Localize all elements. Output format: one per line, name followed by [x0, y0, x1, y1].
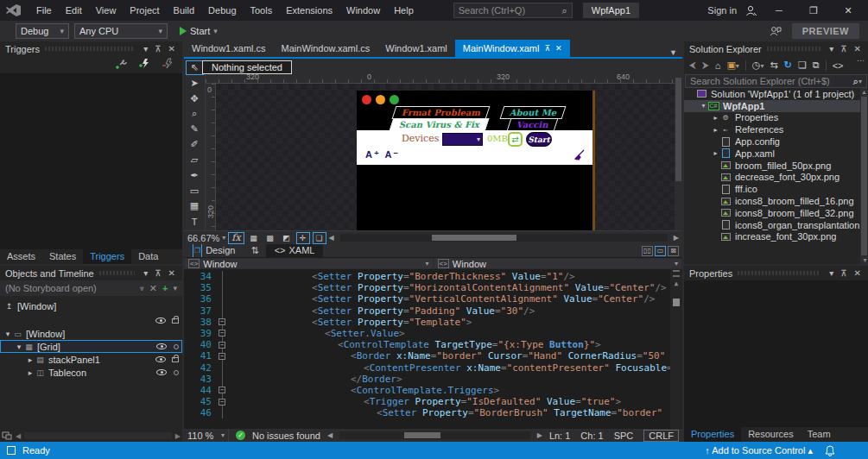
code-line[interactable]: 40−<ControlTemplate TargetType="{x:Type …	[184, 339, 670, 350]
refresh-icon[interactable]: ↻	[784, 60, 792, 71]
code-line[interactable]: 37<Setter Property="Padding" Value="30"/…	[184, 305, 670, 317]
pending-changes-filter-icon[interactable]: ◷▾	[752, 60, 764, 71]
solution-item-icons8-broom-filled-32-png[interactable]: icons8_broom_filled_32.png	[684, 207, 868, 219]
scroll-up-icon[interactable]: ▲	[670, 280, 682, 287]
paint-bucket-tool-icon[interactable]: ✐	[186, 137, 204, 152]
chevron-right-icon[interactable]: ▸	[712, 149, 719, 157]
eraser-tool-icon[interactable]: ▱	[186, 153, 204, 167]
zoom-tool-icon[interactable]: ⌕	[186, 107, 204, 122]
vertical-split-icon[interactable]: ▯▯	[642, 246, 653, 256]
broom-icon[interactable]	[573, 149, 586, 160]
code-line[interactable]: 34<Setter Property="BorderThickness" Val…	[184, 271, 670, 282]
close-light-icon[interactable]	[362, 95, 371, 104]
add-to-source-control[interactable]: ↑ Add to Source Control ▴	[705, 445, 813, 456]
forward-icon[interactable]: ⮞	[702, 60, 709, 71]
splitter-grip[interactable]	[673, 270, 680, 277]
tab-resources[interactable]: Resources	[741, 427, 801, 442]
window-position-icon[interactable]: ▾	[140, 268, 151, 278]
code-line[interactable]: 46<Setter Property="BorderBrush" TargetN…	[184, 407, 670, 418]
close-icon[interactable]: ✕	[165, 268, 179, 278]
chevron-down-icon[interactable]: ▾	[3, 330, 12, 338]
pan-tool-icon[interactable]: ✥	[186, 91, 204, 106]
minimize-button[interactable]: ─	[766, 0, 792, 21]
editor-hscrollbar[interactable]	[339, 431, 530, 439]
close-icon[interactable]: ✕	[165, 44, 179, 53]
eol-indicator[interactable]: CRLF	[643, 430, 679, 442]
spaces-indicator[interactable]: SPC	[614, 431, 634, 441]
zoom-dropdown-icon[interactable]: ▾	[222, 234, 225, 242]
editor-zoom-dropdown[interactable]: 110 %▾	[184, 429, 229, 442]
pin-icon[interactable]: ⊼	[151, 44, 164, 53]
eye-icon[interactable]	[155, 318, 166, 324]
menu-help[interactable]: Help	[387, 0, 421, 21]
toolbar-overflow-icon[interactable]: ⋯	[857, 56, 865, 65]
preview-features-button[interactable]: PREVIEW	[792, 23, 859, 39]
horizontal-split-icon[interactable]: ▭	[655, 246, 666, 256]
grid-tool-icon[interactable]: ▦	[186, 198, 204, 213]
fold-marker[interactable]: −	[217, 385, 229, 396]
platform-dropdown[interactable]: Any CPU▾	[74, 23, 168, 39]
code-line[interactable]: 36<Setter Property="VerticalContentAlign…	[184, 293, 670, 305]
objects-row-grid[interactable]: ▾▦[Grid]	[0, 340, 182, 353]
chevron-down-icon[interactable]: ▾	[425, 260, 428, 267]
tab-triggers[interactable]: Triggers	[83, 249, 131, 264]
close-tab-icon[interactable]: ✕	[555, 40, 562, 57]
breadcrumb-left[interactable]: <> Window ▾	[185, 259, 433, 268]
eye-icon[interactable]	[155, 356, 166, 362]
user-icon[interactable]	[745, 5, 757, 16]
solution-item-increase-font-30px-png[interactable]: increase_font_30px.png	[684, 231, 868, 243]
chevron-right-icon[interactable]: ▸	[712, 126, 719, 134]
selection-tool-icon[interactable]: ⇖	[186, 60, 204, 75]
xaml-tab[interactable]: <> XAML	[266, 244, 324, 257]
menu-file[interactable]: File	[29, 0, 59, 21]
maximize-button[interactable]: ❐	[801, 0, 827, 21]
app-tab-about-me[interactable]: About Me	[500, 106, 567, 119]
solution-item-properties[interactable]: ▸⚙Properties	[684, 112, 868, 124]
notifications-bell-icon[interactable]	[825, 445, 835, 456]
fold-marker[interactable]: −	[217, 350, 229, 362]
remove-trigger-icon[interactable]	[162, 58, 174, 69]
start-debug-button[interactable]: Start ▾	[180, 26, 218, 36]
feedback-icon[interactable]	[770, 26, 782, 37]
lock-icon[interactable]	[172, 318, 179, 324]
swap-panes-icon[interactable]: ⇅	[244, 245, 265, 256]
solution-item-references[interactable]: ▸▪▫References	[684, 123, 868, 135]
eye-icon[interactable]	[156, 369, 167, 375]
fold-marker[interactable]: −	[217, 396, 229, 407]
back-icon[interactable]: ⮜	[689, 60, 696, 71]
solution-item-solution-wpfapp1-1-of-1-project-[interactable]: Solution 'WpfApp1' (1 of 1 project)	[684, 88, 868, 100]
app-tab-frmat-probleam[interactable]: Frmat Probleam	[392, 106, 491, 119]
tab-data[interactable]: Data	[131, 249, 165, 264]
effects-toggle[interactable]: fx	[228, 232, 244, 244]
add-property-trigger-icon[interactable]	[116, 58, 127, 69]
editor-vscrollbar[interactable]: ▲	[670, 269, 682, 429]
tab-assets[interactable]: Assets	[0, 249, 42, 264]
design-tab[interactable]: ❐ Design	[184, 244, 244, 257]
app-preview-window[interactable]: Frmat ProbleamScan Virus & FixAbout MeVa…	[357, 91, 592, 243]
scope-root-row[interactable]: ↥ [Window]	[0, 299, 182, 312]
collapse-pane-icon[interactable]: ⊠	[668, 246, 679, 256]
xaml-code-editor[interactable]: 34<Setter Property="BorderThickness" Val…	[184, 269, 682, 429]
code-line[interactable]: 42<ContentPresenter x:Name="contentPrese…	[184, 362, 670, 374]
fold-marker[interactable]: −	[217, 328, 229, 339]
lock-icon[interactable]	[172, 357, 179, 362]
code-line[interactable]: 45−<Trigger Property="IsDefaulted" Value…	[184, 396, 670, 407]
solution-item-icons8-organ-transplantation-ico[interactable]: icons8_organ_transplantation.ico	[684, 219, 868, 231]
properties-window-icon[interactable]: ⧉	[813, 60, 820, 71]
chevron-right-icon[interactable]: ▸	[712, 114, 719, 122]
solution-item-icons8-broom-filled-16-png[interactable]: icons8_broom_filled_16.png	[684, 195, 868, 207]
tab-team-explorer[interactable]: Team Explorer	[801, 427, 868, 442]
designer-vscrollbar[interactable]	[675, 59, 682, 230]
unlock-circle-icon[interactable]	[174, 370, 179, 375]
code-line[interactable]: 43</Border>	[184, 374, 670, 385]
menu-extensions[interactable]: Extensions	[279, 0, 339, 21]
solution-item-wpfapp1[interactable]: ▾C#WpfApp1	[684, 100, 868, 112]
pen-tool-icon[interactable]: ✒	[186, 168, 204, 183]
close-icon[interactable]: ✕	[851, 268, 865, 278]
code-line[interactable]: 35<Setter Property="HorizontalContentAli…	[184, 282, 670, 293]
search-options-icon[interactable]: ▾	[858, 78, 862, 85]
pin-icon[interactable]: ⊼	[837, 44, 850, 53]
editor-tab-mainwindow.xaml.cs[interactable]: MainWindow.xaml.cs	[274, 40, 378, 57]
rectangle-tool-icon[interactable]: ▭	[186, 184, 204, 198]
pin-icon[interactable]: ⊼	[837, 268, 850, 278]
